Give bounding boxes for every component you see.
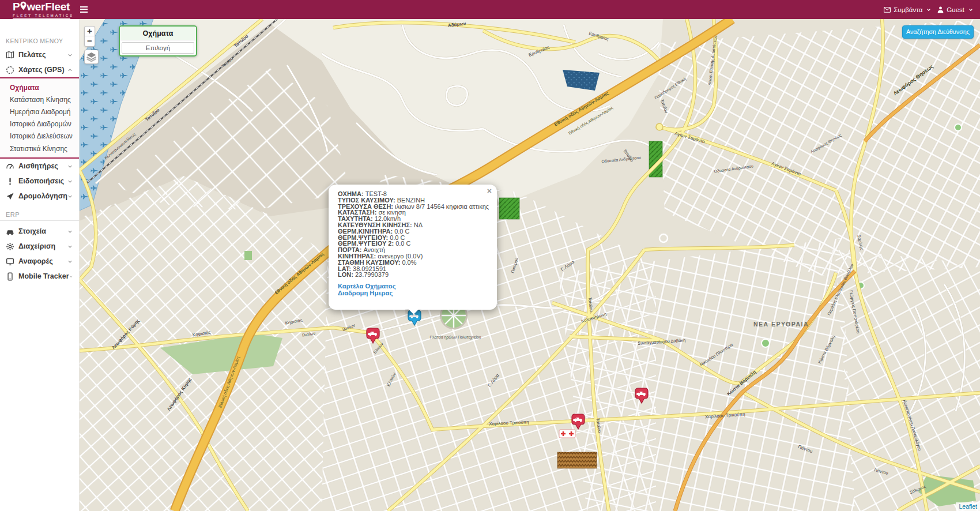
sidebar-item-ειδοποιήσεις[interactable]: Ειδοποιήσεις	[0, 174, 79, 189]
sidebar-item-στοιχεία[interactable]: Στοιχεία	[0, 224, 79, 239]
alerts-icon	[6, 177, 14, 186]
mobile-icon	[6, 272, 14, 281]
admin-icon	[6, 242, 14, 251]
popup-field-value: 0.0 C	[395, 240, 410, 247]
popup-tip	[407, 309, 419, 314]
popup-close-button[interactable]: ×	[487, 187, 492, 195]
sensors-icon	[6, 162, 14, 171]
sidebar-item-αισθητήρες[interactable]: Αισθητήρες	[0, 159, 79, 174]
vehicle-popup: × ΟΧΗΜΑ: TEST-8ΤΥΠΟΣ ΚΑΥΣΙΜΟΥ: ΒΕΝΖΙΝΗΤΡ…	[329, 185, 497, 310]
layers-control[interactable]	[84, 50, 99, 64]
sidebar-item-label: Δρομολόγηση	[18, 192, 67, 200]
popup-field-value: 0.0%	[402, 259, 416, 266]
layers-icon	[86, 51, 97, 62]
events-menu[interactable]: Συμβάντα	[884, 6, 931, 13]
popup-field: LON: 23.7990379	[338, 272, 490, 278]
brand-tagline: FLEET TELEMATICS	[13, 13, 74, 17]
sidebar-submenu: ΟχήματαΚατάσταση ΚίνησηςΗμερήσια Διαδρομ…	[0, 77, 79, 159]
popup-content: ΟΧΗΜΑ: TEST-8ΤΥΠΟΣ ΚΑΥΣΙΜΟΥ: ΒΕΝΖΙΝΗΤΡΕΧ…	[329, 185, 497, 301]
location-pin-icon	[20, 1, 27, 13]
sidebar-item-δρομολόγηση[interactable]: Δρομολόγηση	[0, 189, 79, 204]
popup-field-value: 23.7990379	[355, 271, 389, 278]
chevron-down-icon	[67, 179, 73, 184]
popup-field-label: LON:	[338, 271, 355, 278]
street-label: ΝΕΑ ΕΡΥΘΡΑΙΑ	[753, 321, 809, 328]
chevron-down-icon	[67, 244, 73, 249]
sidebar-item-label: Αισθητήρες	[18, 162, 67, 170]
sidebar-item-label: Διαχείριση	[18, 242, 67, 250]
brand-underline	[13, 18, 70, 20]
sidebar-item-πελάτες[interactable]: Πελάτες	[0, 47, 79, 62]
sidebar-item-label: Στοιχεία	[18, 227, 67, 235]
sidebar-menu: ΠελάτεςΧάρτες (GPS)ΟχήματαΚατάσταση Κίνη…	[0, 47, 79, 284]
chevron-down-icon	[926, 7, 931, 12]
leaflet-attribution-link[interactable]: Leaflet	[959, 503, 977, 510]
top-bar: PwerFleet FLEET TELEMATICS Συμβάντα Gues…	[0, 0, 980, 19]
sidebar-section-title: ΚΕΝΤΡΙΚΟ ΜΕΝΟΥ	[6, 37, 79, 44]
popup-link-καρτέλα-οχήματος[interactable]: Καρτέλα Οχήματος	[338, 283, 490, 290]
customers-icon	[6, 51, 14, 59]
popup-link-διαδρομη-ημερας[interactable]: Διαδρομη Ημερας	[338, 290, 490, 296]
chevron-down-icon	[67, 229, 73, 234]
sidebar-item-label: Χάρτες (GPS)	[18, 66, 67, 74]
hamburger-menu-icon[interactable]	[80, 6, 88, 14]
map-canvas[interactable]: ΤατοΐουΤατοΐουΤατοΐουΚωνσταντινουπόλεωςΑ…	[80, 19, 980, 511]
sidebar-item-διαχείριση[interactable]: Διαχείριση	[0, 239, 79, 254]
envelope-icon	[884, 7, 891, 13]
vehicles-panel: Οχήματα Επιλογή	[119, 25, 197, 57]
sidebar-item-label: Mobile Tracker	[18, 272, 69, 280]
reports-icon	[6, 257, 14, 266]
chevron-down-icon	[67, 52, 73, 58]
submenu-item-κατάσταση-κίνησης[interactable]: Κατάσταση Κίνησης	[0, 93, 79, 106]
sidebar-erp-section-title: ERP	[6, 211, 79, 218]
user-icon	[937, 6, 944, 13]
events-menu-label: Συμβάντα	[894, 6, 922, 13]
submenu-item-ιστορικό-διελεύσεων[interactable]: Ιστορικό Διελεύσεων	[0, 130, 79, 142]
sidebar-item-αναφορές[interactable]: Αναφορές	[0, 254, 79, 269]
sidebar-item-χάρτες-gps-[interactable]: Χάρτες (GPS)	[0, 62, 79, 77]
map-attribution: Leaflet	[956, 502, 980, 511]
chevron-down-icon	[67, 164, 73, 169]
routing-icon	[6, 192, 14, 201]
chevron-down-icon	[968, 7, 973, 12]
maps-icon	[6, 66, 14, 74]
sidebar: ΚΕΝΤΡΙΚΟ ΜΕΝΟΥ ΠελάτεςΧάρτες (GPS)Οχήματ…	[0, 19, 80, 511]
user-menu[interactable]: Guest	[937, 6, 973, 13]
submenu-item-οχήματα[interactable]: Οχήματα	[0, 81, 79, 93]
chevron-down-icon	[69, 274, 73, 279]
submenu-item-ημερήσια-διαδρομή[interactable]: Ημερήσια Διαδρομή	[0, 106, 79, 118]
vehicles-panel-title: Οχήματα	[120, 27, 196, 40]
address-search-button[interactable]: Αναζήτηση Διεύθυνσης	[902, 25, 974, 39]
map-image: ΤατοΐουΤατοΐουΤατοΐουΚωνσταντινουπόλεωςΑ…	[80, 19, 980, 511]
submenu-item-στατιστικά-κίνησης[interactable]: Στατιστικά Κίνησης	[0, 142, 79, 155]
chevron-down-icon	[67, 194, 73, 199]
chevron-up-icon	[67, 67, 73, 73]
submenu-item-ιστορικό-διαδρομών[interactable]: Ιστορικό Διαδρομών	[0, 118, 79, 130]
zoom-out-button[interactable]: −	[85, 36, 95, 46]
zoom-control: + −	[84, 26, 95, 47]
sidebar-divider	[0, 220, 79, 221]
zoom-in-button[interactable]: +	[85, 27, 95, 36]
map-brown-area	[557, 452, 597, 468]
sidebar-item-mobile-tracker[interactable]: Mobile Tracker	[0, 269, 79, 284]
sidebar-item-label: Ειδοποιήσεις	[18, 177, 67, 185]
vehicle-select-button[interactable]: Επιλογή	[122, 42, 194, 54]
sidebar-item-label: Πελάτες	[18, 51, 67, 59]
map-poi-hospital	[559, 430, 575, 438]
popup-field-value: ΝΔ	[414, 221, 423, 228]
brand-part2: werFleet	[27, 1, 70, 13]
brand-part1: P	[13, 1, 20, 13]
chevron-down-icon	[67, 259, 73, 264]
brand-name: PwerFleet	[13, 1, 74, 13]
street-label: Πλατεία ηρώων Πολυτεχνείου	[430, 335, 481, 340]
brand-logo[interactable]: PwerFleet FLEET TELEMATICS	[13, 1, 74, 20]
sidebar-item-label: Αναφορές	[18, 257, 67, 265]
popup-field-value: ιλισιων 8/7 14564 κηφισια αττικης	[395, 203, 489, 210]
data-icon	[6, 227, 14, 236]
user-menu-label: Guest	[947, 6, 964, 13]
